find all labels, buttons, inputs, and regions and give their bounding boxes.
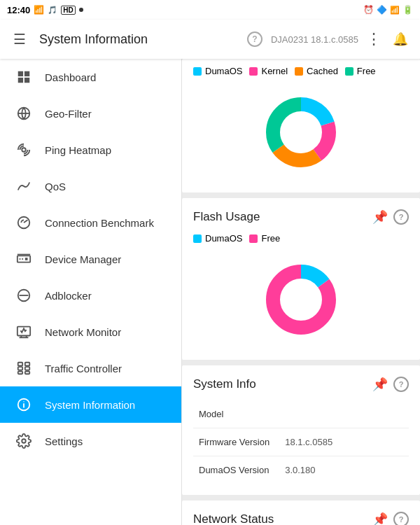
sidebar: Dashboard Geo-Filter Ping Heatmap: [0, 59, 182, 525]
network-status-pin-button[interactable]: 📌: [372, 512, 388, 525]
notifications-button[interactable]: 🔔: [389, 28, 412, 50]
svg-rect-20: [18, 363, 22, 366]
status-time: 12:40: [7, 5, 30, 15]
bell-icon: 🔔: [393, 31, 408, 47]
kernel-color-dot: [249, 67, 258, 76]
status-left: 12:40 📶 🎵 HD: [7, 5, 83, 15]
table-row: Firmware Version 18.1.c.0585: [193, 428, 409, 456]
flash-legend: DumaOS Free: [193, 233, 409, 244]
more-button[interactable]: ⋮: [363, 28, 385, 50]
app-bar-right: DJA0231 18.1.c.0585 ⋮ 🔔: [271, 28, 412, 50]
geo-filter-icon: [14, 106, 34, 121]
benchmark-icon: [14, 215, 34, 230]
menu-button[interactable]: ☰: [8, 28, 31, 50]
flash-card-header: Flash Usage 📌 ?: [193, 209, 409, 225]
svg-rect-1: [24, 71, 29, 76]
flash-donut-chart: [259, 258, 343, 342]
network-status-help-button[interactable]: ?: [393, 512, 409, 525]
sidebar-item-settings[interactable]: Settings: [0, 423, 181, 459]
sidebar-item-ping-heatmap[interactable]: Ping Heatmap: [0, 132, 181, 168]
flash-dumaos-dot: [193, 234, 202, 243]
signal-bars-icon: 📶: [390, 6, 400, 15]
svg-point-37: [281, 280, 321, 319]
sidebar-item-dashboard[interactable]: Dashboard: [0, 59, 181, 95]
settings-icon: [14, 433, 34, 449]
alarm-icon: ⏰: [363, 5, 374, 15]
sidebar-label-adblocker: Adblocker: [45, 290, 92, 302]
hd-icon: HD: [61, 6, 75, 15]
firmware-label: Firmware Version: [193, 428, 279, 456]
network-status-card-header: Network Status 📌 ?: [193, 512, 409, 525]
ram-chart-container: [193, 83, 409, 181]
dumaos-color-dot: [193, 67, 202, 76]
device-id: DJA0231 18.1.c.0585: [271, 34, 358, 45]
system-info-pin-button[interactable]: 📌: [372, 377, 388, 392]
model-label: Model: [193, 400, 279, 428]
sidebar-item-qos[interactable]: QoS: [0, 168, 181, 204]
system-info-card: System Info 📌 ? Model Firmware Version 1…: [182, 365, 420, 495]
network-status-title: Network Status: [193, 512, 274, 525]
svg-rect-25: [25, 372, 29, 374]
sidebar-item-adblocker[interactable]: Adblocker: [0, 277, 181, 314]
main-layout: Dashboard Geo-Filter Ping Heatmap: [0, 59, 420, 525]
sidebar-label-system-information: System Information: [45, 399, 135, 411]
network-monitor-icon: [14, 324, 34, 340]
sidebar-label-dashboard: Dashboard: [45, 71, 96, 83]
sidebar-item-connection-benchmark[interactable]: Connection Benchmark: [0, 204, 181, 241]
app-bar: ☰ System Information ? DJA0231 18.1.c.05…: [0, 20, 420, 59]
ram-legend-dumaos: DumaOS: [193, 66, 242, 76]
svg-rect-22: [18, 367, 22, 370]
menu-icon: ☰: [13, 31, 26, 48]
app-bar-title: System Information: [39, 32, 239, 47]
svg-point-6: [22, 148, 26, 152]
wifi-icon: 🎵: [48, 6, 57, 15]
flash-legend-dumaos: DumaOS: [193, 233, 242, 244]
dashboard-icon: [14, 69, 34, 85]
svg-rect-2: [18, 78, 23, 83]
battery-icon: 🔋: [402, 5, 413, 15]
flash-card-actions: 📌 ?: [372, 209, 409, 225]
sidebar-item-geo-filter[interactable]: Geo-Filter: [0, 95, 181, 132]
adblocker-icon: [14, 288, 34, 303]
system-info-icon: [14, 397, 34, 412]
svg-point-34: [281, 113, 321, 152]
svg-rect-3: [24, 78, 29, 83]
flash-chart-container: [193, 251, 409, 349]
ram-legend-kernel: Kernel: [249, 66, 288, 76]
sidebar-item-traffic-controller[interactable]: Traffic Controller: [0, 350, 181, 386]
help-button[interactable]: ?: [247, 31, 262, 47]
svg-rect-21: [25, 363, 29, 366]
sidebar-label-qos: QoS: [45, 181, 66, 192]
svg-rect-23: [25, 367, 29, 370]
table-row: DumaOS Version 3.0.180: [193, 456, 409, 484]
free-label: Free: [357, 66, 376, 76]
sidebar-label-settings: Settings: [45, 435, 83, 447]
ram-legend-cached: Cached: [295, 66, 338, 76]
signal-icon: 📶: [34, 5, 44, 15]
flash-legend-free: Free: [249, 233, 280, 244]
cached-label: Cached: [307, 66, 338, 76]
sidebar-item-network-monitor[interactable]: Network Monitor: [0, 314, 181, 350]
flash-pin-button[interactable]: 📌: [372, 209, 388, 225]
sidebar-item-device-manager[interactable]: Device Manager: [0, 241, 181, 277]
flash-free-label: Free: [261, 233, 280, 244]
status-bar: 12:40 📶 🎵 HD ⏰ 🔷 📶 🔋: [0, 0, 420, 20]
content-area: DumaOS Kernel Cached Free: [182, 59, 420, 525]
kernel-label: Kernel: [261, 66, 288, 76]
sidebar-label-traffic-controller: Traffic Controller: [45, 363, 122, 374]
ram-donut-chart: [259, 90, 343, 174]
flash-help-button[interactable]: ?: [393, 209, 409, 225]
sidebar-label-network-monitor: Network Monitor: [45, 326, 121, 338]
model-value: [279, 400, 409, 428]
network-status-card-actions: 📌 ?: [372, 512, 409, 525]
ram-legend: DumaOS Kernel Cached Free: [193, 66, 409, 76]
sidebar-label-geo-filter: Geo-Filter: [45, 108, 92, 120]
ram-legend-free: Free: [345, 66, 376, 76]
system-info-help-button[interactable]: ?: [393, 377, 409, 392]
system-info-card-actions: 📌 ?: [372, 377, 409, 392]
sidebar-item-system-information[interactable]: System Information: [0, 386, 181, 423]
flash-card: Flash Usage 📌 ? DumaOS Free: [182, 198, 420, 360]
dumaos-version-value: 3.0.180: [279, 456, 409, 484]
flash-dumaos-label: DumaOS: [205, 233, 242, 244]
sidebar-label-device-manager: Device Manager: [45, 253, 121, 265]
